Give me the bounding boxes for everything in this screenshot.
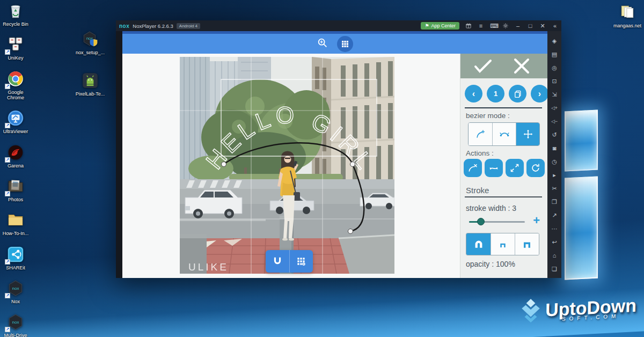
android-home-icon[interactable]: ⌂: [547, 249, 561, 262]
shortcut-arrow-icon: ↗: [5, 191, 10, 196]
move-mode-button[interactable]: [516, 123, 539, 145]
svg-text:nox: nox: [12, 286, 19, 291]
cancel-x-icon[interactable]: [506, 54, 538, 78]
menu-icon[interactable]: ≡: [478, 23, 484, 29]
minimize-button[interactable]: –: [515, 23, 521, 29]
shortcut-arrow-icon: ↗: [5, 293, 10, 298]
square-cap-button[interactable]: [515, 233, 539, 255]
keyboard-mapping-icon[interactable]: ▤: [547, 48, 561, 61]
app-top-toolbar: [122, 34, 547, 54]
zoom-in-icon[interactable]: [317, 37, 328, 51]
desktop-icon-photos[interactable]: ↗ Photos: [0, 177, 31, 202]
settings-gear-icon[interactable]: [502, 23, 509, 29]
maximize-button[interactable]: □: [527, 23, 533, 29]
nox-toolbar-sidebar: ◈ ▤ ◎ ⊡ ⇲ ◁+ ◁− ↺ ◙ ◷ ▸ ✂ ❐ ↗ ⋯ ↩ ⌂ ❏: [547, 31, 561, 278]
stroke-section-title: Stroke: [466, 186, 489, 195]
bezier-control-point[interactable]: [350, 162, 355, 167]
windows-desktop: Recycle Bin ↗ UniKey ↗ Google Chrome ↗ U…: [0, 0, 644, 337]
handles-mode-button[interactable]: [492, 123, 516, 145]
desktop-icon-label: Photos: [8, 197, 23, 202]
desktop-icon-recycle-bin[interactable]: Recycle Bin: [0, 2, 31, 27]
desktop-icon-label: Google Chrome: [0, 90, 31, 101]
grid-settings-button[interactable]: [289, 250, 313, 273]
opacity-label: opacity : 100%: [466, 260, 515, 268]
desktop-icon-howto-folder[interactable]: How-To-In...: [0, 211, 31, 236]
delete-point-button[interactable]: [464, 159, 482, 177]
screenshot-icon[interactable]: ⊡: [547, 75, 561, 88]
camera-icon[interactable]: ◙: [547, 142, 561, 155]
desktop-icon-nox[interactable]: nox ↗ Nox: [0, 279, 31, 304]
screen-record-icon[interactable]: ▸: [547, 169, 561, 182]
shortcut-arrow-icon: ↗: [5, 49, 10, 55]
nox-icon: nox ↗: [6, 279, 25, 297]
rotate-button[interactable]: [526, 159, 545, 177]
add-point-mode-button[interactable]: [469, 123, 492, 145]
nox-brand-logo: nox: [119, 23, 129, 29]
close-button[interactable]: ✕: [539, 23, 546, 29]
more-options-icon[interactable]: ⋯: [547, 222, 561, 236]
prev-point-button[interactable]: ‹: [465, 85, 482, 102]
ultraviewer-icon: ↗: [6, 109, 25, 127]
multi-instance-icon[interactable]: ❐: [547, 195, 561, 209]
photo-watermark: ULIKE: [188, 261, 229, 273]
chrome-icon: ↗: [6, 70, 25, 88]
round-cap-button[interactable]: [466, 233, 491, 255]
desktop-icon-mangaas[interactable]: mangaas.net: [611, 3, 644, 28]
android-recents-icon[interactable]: ❏: [547, 262, 561, 276]
android-version-badge: Android 4: [177, 23, 200, 29]
clock-icon[interactable]: ◷: [547, 155, 561, 169]
resize-window-icon[interactable]: ↗: [547, 209, 561, 222]
fullscreen-icon[interactable]: ⇲: [547, 88, 561, 101]
photo-under-edit[interactable]: HELLO GIRL: [180, 57, 394, 274]
desktop-icon-label: SHAREit: [6, 265, 25, 270]
magnet-snap-button[interactable]: [266, 250, 289, 273]
panel-divider: [465, 107, 542, 108]
vip-gem-icon[interactable]: ◈: [547, 34, 561, 48]
scale-button[interactable]: [506, 159, 524, 177]
desktop-icon-multidrive[interactable]: nox ↗ Multi-Drive: [0, 313, 31, 337]
confirm-check-icon[interactable]: [465, 54, 502, 78]
flip-curve-button[interactable]: [485, 159, 503, 177]
shareit-icon: ↗: [6, 245, 25, 263]
canvas-floating-toolbar: [266, 250, 313, 273]
bezier-mode-label: bezier mode :: [466, 112, 510, 120]
duplicate-button[interactable]: [509, 85, 526, 102]
virtual-location-icon[interactable]: ◎: [547, 61, 561, 75]
stroke-width-slider-knob[interactable]: [477, 218, 485, 225]
desktop-icon-label: UniKey: [8, 55, 23, 61]
editor-canvas[interactable]: HELLO GIRL: [122, 54, 460, 278]
android-app-area: HELLO GIRL: [122, 31, 547, 278]
desktop-icon-column-right: mangaas.net: [611, 3, 644, 28]
bezier-control-point[interactable]: [348, 229, 353, 234]
desktop-icon-column-left: Recycle Bin ↗ UniKey ↗ Google Chrome ↗ U…: [0, 2, 31, 337]
desktop-icon-shareit[interactable]: ↗ SHAREit: [0, 245, 31, 270]
shortcut-arrow-icon: ↗: [5, 84, 10, 89]
noxplayer-titlebar[interactable]: nox NoxPlayer 6.2.6.3 Android 4 ⚑ App Ce…: [116, 20, 561, 31]
butt-cap-button[interactable]: [491, 233, 515, 255]
actions-label: Actions :: [466, 149, 494, 157]
recycle-bin-icon: [6, 2, 25, 20]
desktop-icon-google-chrome[interactable]: ↗ Google Chrome: [0, 70, 31, 101]
shake-icon[interactable]: ↺: [547, 128, 561, 142]
android-back-icon[interactable]: ↩: [547, 236, 561, 249]
volume-up-icon[interactable]: ◁+: [547, 101, 561, 115]
grid-view-button[interactable]: [337, 36, 353, 52]
volume-down-icon[interactable]: ◁−: [547, 115, 561, 128]
editor-content: HELLO GIRL: [122, 54, 547, 278]
desktop-icon-nox-setup[interactable]: nox nox_setup_...: [73, 30, 107, 55]
desktop-icon-pixellab-apk[interactable]: PixelLab-Te...: [73, 71, 107, 97]
desktop-icon-unikey[interactable]: ↗ UniKey: [0, 35, 31, 61]
keyboard-icon[interactable]: ⌨: [490, 23, 496, 29]
uptodown-watermark: UptoDown SOFT.COM: [519, 298, 636, 323]
desktop-icon-garena[interactable]: ↗ Garena: [0, 143, 31, 169]
cut-icon[interactable]: ✂: [547, 182, 561, 195]
point-number-badge[interactable]: 1: [487, 85, 504, 102]
desktop-icon-label: Nox: [11, 299, 20, 304]
app-center-button[interactable]: ⚑ App Center: [421, 22, 459, 30]
bezier-control-point[interactable]: [222, 162, 226, 167]
collapse-sidebar-icon[interactable]: «: [552, 23, 558, 29]
desktop-icon-ultraviewer[interactable]: ↗ UltraViewer: [0, 109, 31, 134]
gift-icon[interactable]: [465, 23, 472, 29]
next-point-button[interactable]: ›: [531, 85, 548, 102]
increase-width-button[interactable]: +: [533, 214, 540, 228]
